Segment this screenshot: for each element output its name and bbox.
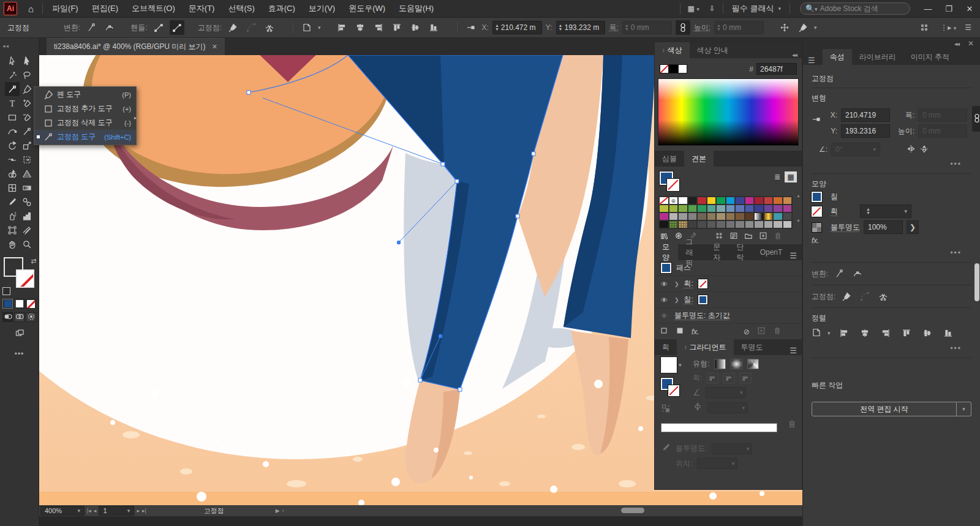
status-play-icon[interactable]: ▶ <box>276 508 280 514</box>
collapse-dock-icon[interactable]: ◂◂ <box>954 40 959 47</box>
shape-builder-tool[interactable] <box>5 167 20 181</box>
document-tab[interactable]: ti238a8406.ai* @ 400% (RGB/GPU 미리 보기) ✕ <box>47 38 225 55</box>
flip-horizontal-icon[interactable] <box>906 144 916 156</box>
stroke-weight-field[interactable]: ▲▼▾ <box>860 205 911 218</box>
gradient-tool[interactable] <box>20 181 34 195</box>
fill-stroke-control[interactable]: ⇄ <box>2 257 37 295</box>
blend-tool[interactable] <box>20 195 34 209</box>
swatch[interactable] <box>745 220 755 228</box>
perspective-grid-tool[interactable] <box>20 167 34 181</box>
swatch[interactable] <box>716 212 726 220</box>
document-setup-button[interactable] <box>300 20 314 35</box>
fill-row[interactable]: 칠 <box>812 192 971 202</box>
menu-item-2[interactable]: 편집(E) <box>85 0 125 18</box>
swatch[interactable] <box>659 205 669 212</box>
more-options-icon[interactable]: ••• <box>812 159 971 170</box>
swatch[interactable] <box>688 197 698 205</box>
cut-path-button[interactable] <box>262 20 277 35</box>
swatch[interactable] <box>745 205 755 212</box>
grid-snap-icon[interactable] <box>917 20 932 35</box>
delete-swatch-icon[interactable] <box>774 231 782 242</box>
swatch[interactable] <box>697 205 707 212</box>
x-field[interactable]: ▲▼ <box>492 21 542 34</box>
convert-corner-button[interactable] <box>832 266 846 281</box>
swatch[interactable] <box>669 205 679 212</box>
menu-item-7[interactable]: 보기(V) <box>302 0 342 18</box>
convert-smooth-button[interactable] <box>850 266 865 281</box>
collapse-dock-icon[interactable]: ◂◂ <box>792 51 802 58</box>
fx-button[interactable]: fx. <box>812 236 971 245</box>
magic-wand-tool[interactable] <box>5 68 20 82</box>
swatch[interactable] <box>764 197 774 205</box>
align-bottom-button[interactable] <box>941 326 956 340</box>
align-to-selection-icon[interactable] <box>812 328 821 339</box>
vertical-scrollbar[interactable] <box>974 263 979 301</box>
swatch[interactable] <box>659 212 669 220</box>
flyout-item-anchor-point[interactable]: 고정점 도구(Shift+C) <box>34 130 136 144</box>
swatch[interactable] <box>773 220 783 228</box>
add-fill-icon[interactable] <box>676 326 684 337</box>
bezier-handle[interactable] <box>397 241 401 244</box>
last-artboard-icon[interactable]: ▸| <box>142 508 146 514</box>
align-top-button[interactable] <box>390 20 404 35</box>
appearance-fill-row[interactable]: 👁❯ 칠: <box>655 292 802 308</box>
collapse-dock-icon[interactable]: ◂◂ <box>2 43 9 49</box>
stroke-proxy[interactable] <box>667 179 679 191</box>
swatch[interactable] <box>735 220 745 228</box>
opacity-field[interactable] <box>864 220 903 234</box>
convert-corner-button[interactable] <box>84 20 99 35</box>
add-stroke-icon[interactable] <box>660 326 668 337</box>
opacity-row[interactable]: 불투명도 ❯ <box>812 220 971 234</box>
symbol-sprayer-tool[interactable] <box>5 209 20 223</box>
minimize-button[interactable]: — <box>918 0 938 18</box>
draw-normal-button[interactable] <box>2 312 13 322</box>
opacity-chip[interactable] <box>812 222 822 233</box>
isolate-icon[interactable]: ⋮▸ ▾ <box>940 23 956 32</box>
anchor-point[interactable] <box>458 388 462 391</box>
swatch[interactable] <box>697 212 707 220</box>
hand-tool[interactable] <box>5 237 20 251</box>
zoom-tool[interactable] <box>20 237 34 251</box>
anchor-point-tool[interactable] <box>5 82 20 96</box>
quick-action-dropdown-icon[interactable]: ▾ <box>957 402 971 416</box>
list-view-icon[interactable]: ≣ <box>771 171 783 182</box>
align-vcenter-button[interactable] <box>920 326 935 340</box>
anchor-point[interactable] <box>532 152 535 156</box>
tab-stroke[interactable]: 획 <box>655 339 677 355</box>
swatch[interactable] <box>754 197 764 205</box>
clear-appearance-icon[interactable]: ⊘ <box>744 328 750 336</box>
color-spectrum[interactable] <box>658 78 799 146</box>
scroll-left-icon[interactable]: ‹ <box>282 508 284 514</box>
swatch[interactable] <box>764 212 774 220</box>
panel-menu-icon[interactable]: ☰ <box>808 56 820 65</box>
tab-transparency[interactable]: 투명도 <box>734 339 771 355</box>
flip-vertical-icon[interactable] <box>919 144 929 156</box>
gradient-stroke-proxy[interactable] <box>668 385 679 396</box>
stock-search[interactable]: 🔍▾ <box>800 2 910 15</box>
black-chip[interactable] <box>669 64 678 73</box>
swatch[interactable] <box>754 212 764 220</box>
close-tab-icon[interactable]: ✕ <box>212 43 217 51</box>
opacity-options-button[interactable]: ❯ <box>907 220 919 234</box>
default-fill-stroke-icon[interactable] <box>2 287 10 295</box>
menu-item-3[interactable]: 오브젝트(O) <box>125 0 182 18</box>
slice-tool[interactable] <box>20 223 34 237</box>
link-dimensions-button[interactable] <box>972 106 980 132</box>
scroll-up-icon[interactable]: ▲ <box>796 193 801 198</box>
curvature-tool[interactable] <box>5 124 20 138</box>
align-bottom-button[interactable] <box>426 20 441 35</box>
swatch[interactable] <box>726 197 736 205</box>
new-swatch-icon[interactable] <box>759 231 767 242</box>
illustrator-logo-icon[interactable]: Ai <box>4 2 17 15</box>
gradient-mode-button[interactable] <box>14 299 24 309</box>
tab-graphic-styles[interactable]: 그래픽 <box>678 244 706 260</box>
anchor-point[interactable] <box>418 378 422 382</box>
anchor-point[interactable] <box>247 91 251 94</box>
width-tool[interactable] <box>5 152 20 167</box>
menu-item-1[interactable]: 파일(F) <box>45 0 85 18</box>
convert-smooth-button[interactable] <box>102 20 117 35</box>
new-color-group-icon[interactable] <box>744 231 753 242</box>
swatch[interactable] <box>669 220 679 228</box>
gradient-presets-icon[interactable]: ▾ <box>679 362 682 368</box>
transform-widget-button[interactable] <box>777 20 792 35</box>
